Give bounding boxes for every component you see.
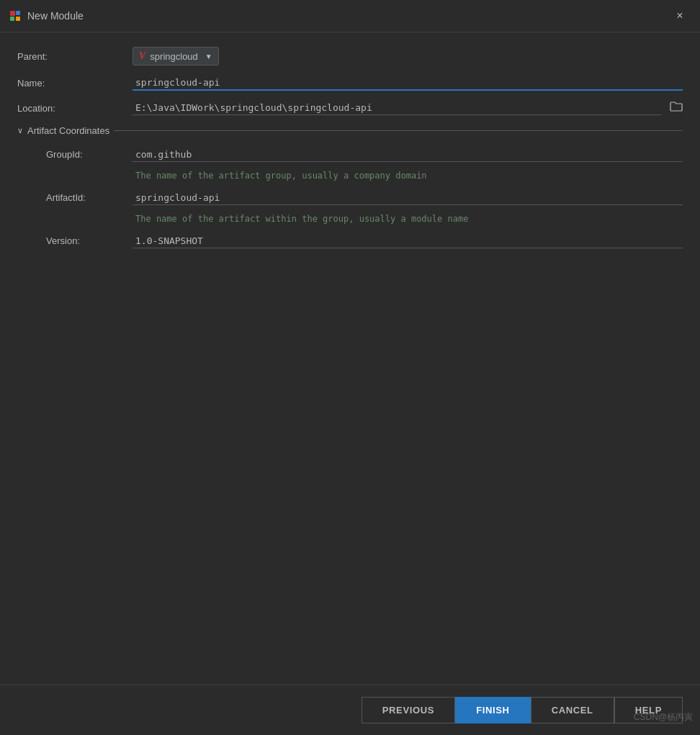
svg-rect-0 [10,11,15,16]
version-row: Version: [17,234,683,248]
artifact-section-header: ∨ Artifact Coordinates [17,125,683,136]
groupid-hint: The name of the artifact group, usually … [133,165,683,186]
parent-row: Parent: V springcloud ▼ [17,47,683,66]
artifactid-input[interactable] [133,191,683,205]
location-input[interactable] [133,101,661,115]
parent-value: springcloud [150,51,198,62]
artifactid-label: ArtifactId: [46,191,133,203]
section-divider [114,130,683,131]
version-label: Version: [46,234,133,246]
svg-rect-3 [16,17,20,21]
location-input-row [133,101,683,115]
parent-dropdown[interactable]: V springcloud ▼ [133,47,219,66]
title-bar: New Module × [0,0,700,32]
name-input[interactable] [133,76,683,91]
bottom-bar: PREVIOUS FINISH CANCEL HELP [0,685,700,735]
title-left: New Module [9,9,84,22]
watermark: CSDN@杨丙寅 [634,711,693,723]
finish-button[interactable]: FINISH [455,697,531,723]
name-row: Name: [17,76,683,91]
section-chevron-icon[interactable]: ∨ [17,126,23,135]
svg-rect-1 [16,11,20,15]
groupid-row: GroupId: The name of the artifact group,… [17,148,683,186]
groupid-input[interactable] [133,148,683,162]
artifactid-row: ArtifactId: The name of the artifact wit… [17,191,683,230]
close-button[interactable]: × [671,7,688,24]
name-label: Name: [17,78,133,89]
maven-icon: V [139,50,145,62]
artifact-section-title: Artifact Coordinates [27,125,109,136]
cancel-button[interactable]: CANCEL [531,697,614,723]
groupid-value-area: The name of the artifact group, usually … [133,148,683,186]
dialog-content: Parent: V springcloud ▼ Name: Location: [0,32,700,685]
location-label: Location: [17,103,133,114]
window-title: New Module [27,10,84,22]
svg-rect-2 [10,17,14,21]
artifactid-hint: The name of the artifact within the grou… [133,208,683,230]
previous-button[interactable]: PREVIOUS [362,697,455,723]
new-module-dialog: New Module × Parent: V springcloud ▼ Nam… [0,0,700,735]
artifactid-value-area: The name of the artifact within the grou… [133,191,683,230]
chevron-down-icon: ▼ [205,53,212,60]
version-value-area [133,234,683,248]
folder-icon[interactable] [670,101,683,115]
module-icon [9,9,22,22]
parent-label: Parent: [17,51,133,62]
location-row: Location: [17,101,683,115]
groupid-label: GroupId: [46,148,133,160]
version-input[interactable] [133,234,683,248]
